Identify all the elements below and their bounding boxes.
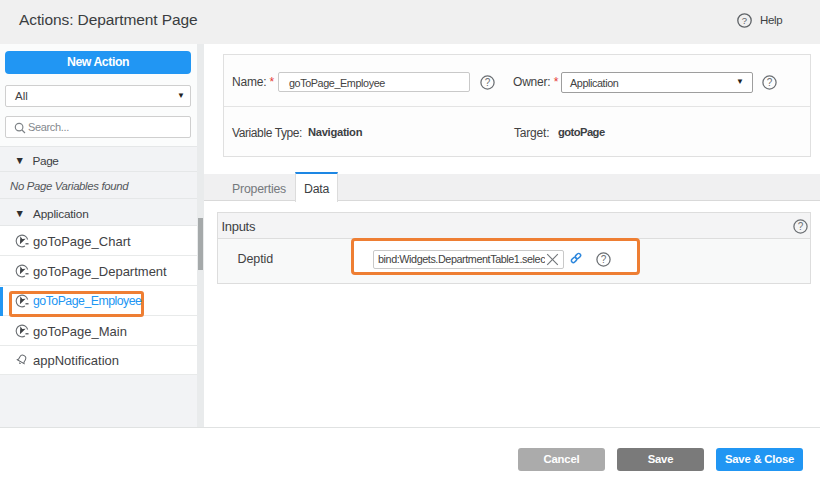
svg-text:?: ? [766, 77, 772, 88]
svg-text:?: ? [742, 15, 747, 26]
svg-text:?: ? [484, 77, 490, 88]
svg-text:?: ? [601, 254, 607, 265]
svg-text:?: ? [797, 221, 803, 232]
